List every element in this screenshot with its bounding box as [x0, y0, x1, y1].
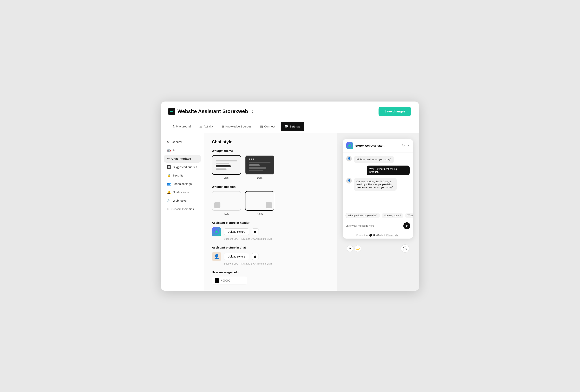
color-value: #00000 — [221, 279, 230, 282]
pos-bubble-left — [214, 202, 220, 208]
connect-icon: ▦ — [260, 125, 263, 128]
header-delete-button[interactable]: 🗑 — [252, 228, 259, 235]
chat-widget: StorexWeb Assistant ↻ ✕ 👤 Hi, how can I … — [343, 139, 413, 239]
preview-panel: StorexWeb Assistant ↻ ✕ 👤 Hi, how can I … — [337, 133, 419, 291]
theme-dark-label: Dark — [257, 176, 262, 179]
settings-icon: 💬 — [285, 125, 288, 128]
chat-input-row: ➤ — [343, 220, 413, 232]
sidebar-item-suggested-queries[interactable]: 🔲 Suggested queries — [164, 163, 201, 171]
position-right-label: Right — [257, 212, 263, 215]
header-left: Website Assistant Storexweb ⁚ — [168, 108, 253, 115]
leads-icon: 👥 — [167, 182, 171, 186]
header-avatar — [212, 227, 221, 236]
dark-mode-toggle[interactable]: 🌙 — [354, 245, 361, 252]
refresh-icon[interactable]: ↻ — [402, 144, 405, 147]
sidebar-item-ai[interactable]: 🤖 AI — [164, 146, 201, 154]
chat-upload-button[interactable]: Upload picture — [224, 253, 249, 260]
bot-bubble-2: Our top product, the AI Chat, is used by… — [354, 178, 397, 191]
theme-label: Whidget theme — [212, 149, 329, 152]
theme-toggle-group: ☀ 🌙 — [347, 245, 361, 252]
theme-options: Light — [212, 155, 329, 179]
position-label: Whidget position — [212, 185, 329, 188]
light-mode-toggle[interactable]: ☀ — [347, 245, 353, 252]
theme-option-dark: Dark — [245, 155, 274, 179]
pos-bubble-right — [266, 202, 272, 208]
main-layout: ⚙ General 🤖 AI ✏ Chat Interface 🔲 Sugges… — [161, 133, 419, 291]
sidebar-item-webhooks[interactable]: ⚓ Webhooks — [164, 196, 201, 204]
chat-header-icons: ↻ ✕ — [402, 144, 410, 147]
bot-message-1: 👤 Hi, how can I assist you today? — [346, 156, 410, 163]
theme-card-dark[interactable] — [245, 155, 274, 175]
color-label: User message color — [212, 271, 329, 274]
chat-messages: 👤 Hi, how can I assist you today? What i… — [343, 152, 413, 211]
playground-icon: ⚗ — [172, 125, 174, 128]
header-file-hint: Supports JPG, PNG, and SVG files up to 1… — [224, 238, 329, 240]
sidebar-item-notifications[interactable]: 🔔 Notifications — [164, 188, 201, 196]
suggested-queries-icon: 🔲 — [167, 165, 171, 169]
position-left-label: Left — [224, 212, 229, 215]
header-upload-button[interactable]: Upload picture — [224, 228, 249, 235]
nav-tabs: ⚗ Playground ☁ Activity ⊟ Knowledge Sour… — [161, 120, 419, 133]
chat-trigger-button[interactable]: 💬 — [401, 244, 409, 253]
tab-connect[interactable]: ▦ Connect — [256, 122, 279, 131]
theme-option-light: Light — [212, 155, 241, 179]
header-picture-label: Assistant picture in header — [212, 221, 329, 224]
close-icon[interactable]: ✕ — [407, 144, 410, 147]
position-options: Left Right — [212, 191, 329, 215]
header: Website Assistant Storexweb ⁚ Save chang… — [161, 101, 419, 120]
chat-input[interactable] — [345, 224, 401, 227]
logo-icon — [168, 108, 175, 115]
sidebar-item-chat-interface[interactable]: ✏ Chat Interface — [164, 155, 201, 163]
suggestion-chip-1[interactable]: What products do you offer? — [345, 213, 380, 218]
chat-picture-section: Assistant picture in chat 👤 Upload pictu… — [212, 246, 329, 265]
chat-delete-button[interactable]: 🗑 — [252, 253, 259, 260]
tab-settings[interactable]: 💬 Settings — [281, 122, 304, 131]
chat-assistant-name: StorexWeb Assistant — [355, 144, 384, 147]
user-bubble-1: What is your best selling product? — [367, 166, 410, 175]
chat-picture-row: 👤 Upload picture 🗑 — [212, 252, 329, 261]
color-section: User message color #00000 — [212, 271, 329, 285]
sidebar-item-security[interactable]: 🔒 Security — [164, 171, 201, 179]
bot-avatar-2: 👤 — [346, 178, 352, 184]
chat-interface-icon: ✏ — [167, 157, 169, 161]
privacy-policy-link[interactable]: Privacy policy — [386, 234, 399, 236]
page-title: Website Assistant Storexweb — [177, 108, 248, 114]
header-picture-row: Upload picture 🗑 — [212, 227, 329, 236]
options-icon[interactable]: ⁚ — [252, 109, 253, 114]
ai-icon: 🤖 — [167, 148, 171, 152]
color-input-row[interactable]: #00000 — [212, 277, 247, 285]
knowledge-icon: ⊟ — [221, 125, 224, 128]
general-icon: ⚙ — [167, 140, 170, 144]
chat-suggestions: What products do you offer? Opening hour… — [343, 211, 413, 220]
powered-by-label: Powered by — [356, 234, 368, 236]
tab-playground[interactable]: ⚗ Playground — [168, 122, 195, 131]
sidebar-item-custom-domains[interactable]: ⊞ Custom Domains — [164, 205, 201, 213]
chat-header: StorexWeb Assistant ↻ ✕ — [343, 139, 413, 152]
position-option-right: Right — [245, 191, 274, 215]
tab-activity[interactable]: ☁ Activity — [195, 122, 217, 131]
chatperk-brand: ChatPerk — [369, 234, 383, 237]
chat-picture-label: Assistant picture in chat — [212, 246, 329, 249]
chat-header-left: StorexWeb Assistant — [346, 142, 384, 149]
app-window: Website Assistant Storexweb ⁚ Save chang… — [161, 101, 419, 291]
user-message-1: What is your best selling product? — [346, 166, 410, 175]
theme-light-label: Light — [224, 176, 229, 179]
custom-domains-icon: ⊞ — [167, 207, 169, 211]
content-area: Chat style Whidget theme Light — [204, 133, 337, 291]
position-card-right[interactable] — [245, 191, 274, 211]
save-button[interactable]: Save changes — [379, 107, 411, 116]
bot-bubble-1: Hi, how can I assist you today? — [354, 156, 394, 163]
sidebar-item-leads-settings[interactable]: 👥 Leads settings — [164, 180, 201, 188]
chat-avatar-small — [346, 142, 353, 149]
position-card-left[interactable] — [212, 191, 241, 211]
tab-knowledge-sources[interactable]: ⊟ Knowledge Sources — [218, 122, 255, 131]
suggestion-chip-3[interactable]: What is the — [405, 213, 413, 218]
suggestion-chip-2[interactable]: Opening hours? — [382, 213, 403, 218]
section-title: Chat style — [212, 139, 329, 144]
position-option-left: Left — [212, 191, 241, 215]
chat-file-hint: Supports JPG, PNG, and SVG files up to 1… — [224, 262, 329, 265]
send-button[interactable]: ➤ — [403, 222, 410, 229]
bot-avatar-1: 👤 — [346, 156, 352, 161]
sidebar-item-general[interactable]: ⚙ General — [164, 138, 201, 146]
theme-card-light[interactable] — [212, 155, 241, 175]
